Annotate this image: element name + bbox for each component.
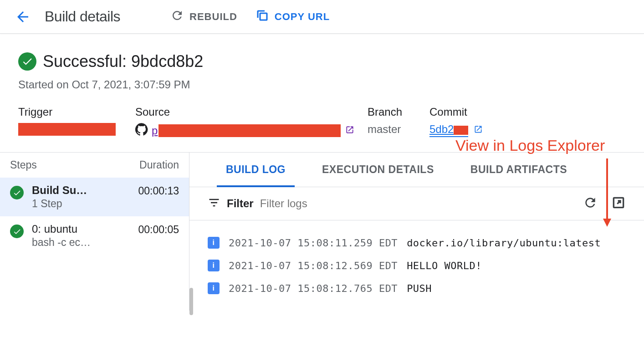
duration-header-label: Duration xyxy=(139,159,179,171)
tab-execution-details[interactable]: EXECUTION DETAILS xyxy=(304,153,452,187)
commit-link[interactable]: 5db2 xyxy=(429,123,468,137)
filter-input[interactable] xyxy=(260,197,577,210)
copy-url-button[interactable]: COPY URL xyxy=(256,9,330,25)
svg-rect-0 xyxy=(260,13,267,20)
source-label: Source xyxy=(135,106,368,118)
success-check-icon xyxy=(10,186,24,199)
step-name: Build Su… xyxy=(32,184,130,197)
success-check-icon xyxy=(10,225,24,238)
copy-url-label: COPY URL xyxy=(275,11,330,23)
started-time: Started on Oct 7, 2021, 3:07:59 PM xyxy=(18,78,626,91)
page-title: Build details xyxy=(45,8,120,25)
copy-icon xyxy=(256,9,269,25)
log-panel: BUILD LOG EXECUTION DETAILS BUILD ARTIFA… xyxy=(189,153,644,311)
status-title: Successful: 9bdcd8b2 xyxy=(43,52,203,71)
refresh-icon xyxy=(170,9,184,25)
success-check-icon xyxy=(18,52,36,71)
step-subtitle: 1 Step xyxy=(32,198,130,210)
step-subtitle: bash -c ec… xyxy=(32,236,130,249)
info-badge-icon: i xyxy=(208,282,220,294)
step-duration: 00:00:13 xyxy=(138,185,179,197)
branch-label: Branch xyxy=(368,106,429,118)
info-badge-icon: i xyxy=(208,260,220,271)
status-row: Successful: 9bdcd8b2 xyxy=(18,52,626,71)
log-message: docker.io/library/ubuntu:latest xyxy=(407,237,601,249)
back-arrow-icon[interactable] xyxy=(15,9,31,25)
log-message: PUSH xyxy=(407,283,432,294)
log-timestamp: 2021-10-07 15:08:12.765 EDT xyxy=(229,283,398,294)
rebuild-label: REBUILD xyxy=(189,11,237,23)
external-link-icon xyxy=(472,124,483,137)
source-prefix: p xyxy=(152,124,158,137)
trigger-value-redacted xyxy=(18,123,116,136)
annotation-arrow-icon xyxy=(600,158,614,230)
rebuild-button[interactable]: REBUILD xyxy=(170,9,237,25)
log-line[interactable]: i 2021-10-07 15:08:12.765 EDT PUSH xyxy=(208,277,626,300)
external-link-icon xyxy=(343,124,354,137)
step-duration: 00:00:05 xyxy=(138,224,179,236)
source-link[interactable]: p xyxy=(152,124,354,137)
annotation-text: View in Logs Explorer xyxy=(455,137,605,154)
refresh-logs-button[interactable] xyxy=(583,195,598,212)
log-line[interactable]: i 2021-10-07 15:08:11.259 EDT docker.io/… xyxy=(208,231,626,254)
steps-header-label: Steps xyxy=(10,159,37,171)
branch-value: master xyxy=(368,123,429,136)
tab-build-artifacts[interactable]: BUILD ARTIFACTS xyxy=(452,153,585,187)
metadata-row: Trigger Source p Branch master Commit 5d xyxy=(18,106,626,138)
info-badge-icon: i xyxy=(208,237,220,249)
svg-marker-3 xyxy=(603,219,611,227)
steps-panel: Steps Duration Build Su… 1 Step 00:00:13… xyxy=(0,153,189,311)
step-row-summary[interactable]: Build Su… 1 Step 00:00:13 xyxy=(0,178,189,216)
filter-icon xyxy=(208,196,220,211)
step-row-0[interactable]: 0: ubuntu bash -c ec… 00:00:05 xyxy=(0,216,189,255)
log-lines: i 2021-10-07 15:08:11.259 EDT docker.io/… xyxy=(189,220,644,311)
log-line[interactable]: i 2021-10-07 15:08:12.569 EDT HELLO WORL… xyxy=(208,254,626,277)
trigger-label: Trigger xyxy=(18,106,135,118)
log-message: HELLO WORLD! xyxy=(407,260,482,271)
log-timestamp: 2021-10-07 15:08:11.259 EDT xyxy=(229,237,398,249)
commit-label: Commit xyxy=(429,106,521,118)
github-icon xyxy=(135,123,148,138)
log-timestamp: 2021-10-07 15:08:12.569 EDT xyxy=(229,260,398,271)
tab-build-log[interactable]: BUILD LOG xyxy=(208,153,304,187)
topbar: Build details REBUILD COPY URL xyxy=(0,0,644,34)
source-value-redacted xyxy=(158,124,341,137)
filter-label: Filter xyxy=(227,197,254,210)
step-name: 0: ubuntu xyxy=(32,223,130,235)
scroll-indicator[interactable] xyxy=(189,288,193,315)
